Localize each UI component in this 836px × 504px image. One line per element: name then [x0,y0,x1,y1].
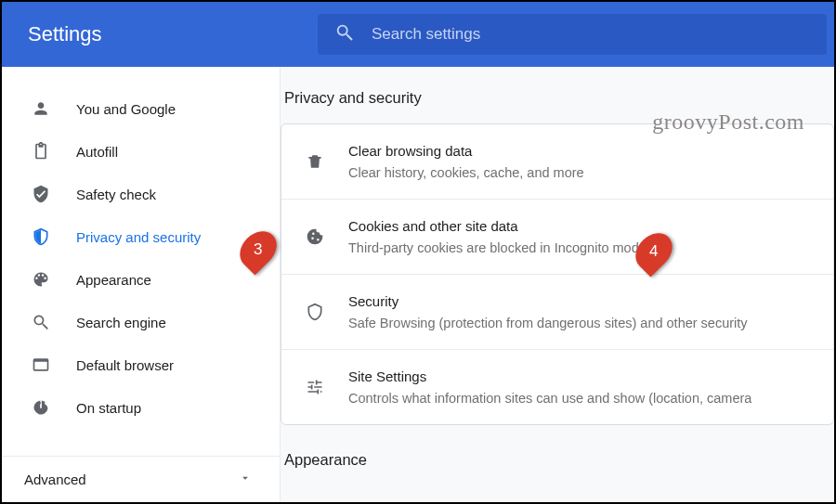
sidebar-item-autofill[interactable]: Autofill [2,130,280,173]
row-site-settings[interactable]: Site Settings Controls what information … [281,350,833,424]
row-security[interactable]: Security Safe Browsing (protection from … [281,275,833,350]
browser-icon [30,354,52,376]
row-title: Security [348,291,748,312]
header-title: Settings [2,22,318,46]
row-desc: Third-party cookies are blocked in Incog… [348,239,647,257]
section-title: Privacy and security [281,89,834,123]
row-title: Site Settings [348,367,751,387]
sidebar-item-on-startup[interactable]: On startup [2,386,280,429]
sidebar-item-label: Default browser [76,357,174,373]
sidebar-item-appearance[interactable]: Appearance [2,258,280,301]
shield-icon [30,226,52,248]
sidebar-item-label: Search engine [76,315,166,330]
power-icon [30,396,52,419]
sidebar-item-safety-check[interactable]: Safety check [2,173,280,215]
privacy-card: Clear browsing data Clear history, cooki… [281,123,834,425]
advanced-label: Advanced [24,472,86,487]
sidebar-item-label: You and Google [76,101,176,117]
search-placeholder: Search settings [372,25,480,44]
search-icon [30,311,52,333]
shield-check-icon [30,183,52,205]
chevron-down-icon [239,472,252,487]
sidebar-item-privacy-security[interactable]: Privacy and security [2,215,280,258]
sidebar-item-label: On startup [76,400,141,416]
row-desc: Safe Browsing (protection from dangerous… [348,314,748,332]
main-content: Privacy and security Clear browsing data… [281,67,834,502]
sidebar-item-label: Appearance [76,272,151,288]
sidebar: You and Google Autofill Safety check Pri… [2,67,281,502]
sidebar-item-label: Privacy and security [76,229,201,245]
sidebar-item-label: Autofill [76,144,118,160]
sliders-icon [304,376,326,398]
person-icon [30,97,52,120]
app-header: Settings Search settings [2,2,834,67]
shield-icon [304,301,326,323]
sidebar-advanced-toggle[interactable]: Advanced [2,456,280,502]
clipboard-icon [30,140,52,162]
search-icon [334,22,355,46]
palette-icon [30,268,52,291]
cookie-icon [304,226,326,248]
section-title-appearance: Appearance [281,425,834,469]
sidebar-item-default-browser[interactable]: Default browser [2,343,280,386]
sidebar-item-you-and-google[interactable]: You and Google [2,87,280,130]
row-title: Clear browsing data [348,141,584,162]
trash-icon [304,150,326,173]
row-clear-browsing-data[interactable]: Clear browsing data Clear history, cooki… [281,124,833,200]
sidebar-item-search-engine[interactable]: Search engine [2,301,280,343]
search-settings[interactable]: Search settings [318,14,827,55]
sidebar-item-label: Safety check [76,187,156,202]
row-title: Cookies and other site data [348,216,647,237]
row-desc: Controls what information sites can use … [348,389,751,407]
row-cookies[interactable]: Cookies and other site data Third-party … [281,200,833,275]
row-desc: Clear history, cookies, cache, and more [348,163,584,182]
